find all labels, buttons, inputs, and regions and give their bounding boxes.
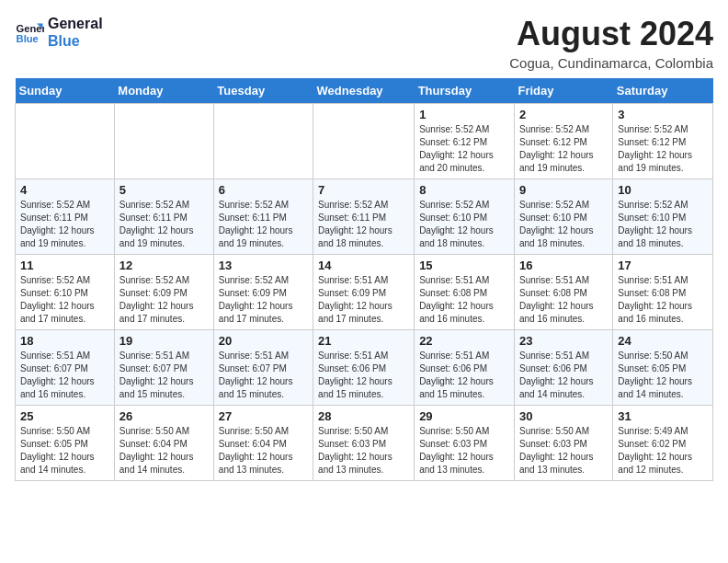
day-number: 20 — [219, 334, 308, 348]
col-header-tuesday: Tuesday — [213, 78, 313, 104]
month-title: August 2024 — [509, 15, 713, 53]
calendar-cell: 11Sunrise: 5:52 AM Sunset: 6:10 PM Dayli… — [16, 255, 115, 330]
calendar-week-4: 18Sunrise: 5:51 AM Sunset: 6:07 PM Dayli… — [16, 330, 713, 406]
day-info: Sunrise: 5:51 AM Sunset: 6:06 PM Dayligh… — [519, 350, 608, 401]
calendar-cell: 26Sunrise: 5:50 AM Sunset: 6:04 PM Dayli… — [114, 406, 213, 481]
calendar-cell: 22Sunrise: 5:51 AM Sunset: 6:06 PM Dayli… — [415, 330, 515, 406]
col-header-wednesday: Wednesday — [313, 78, 415, 104]
calendar-cell: 9Sunrise: 5:52 AM Sunset: 6:10 PM Daylig… — [514, 179, 612, 255]
day-info: Sunrise: 5:52 AM Sunset: 6:11 PM Dayligh… — [119, 199, 209, 250]
calendar-cell — [213, 104, 313, 179]
day-info: Sunrise: 5:52 AM Sunset: 6:10 PM Dayligh… — [20, 274, 109, 326]
day-number: 5 — [119, 183, 209, 197]
calendar-cell — [313, 104, 415, 179]
day-info: Sunrise: 5:51 AM Sunset: 6:08 PM Dayligh… — [519, 274, 608, 326]
calendar-cell: 18Sunrise: 5:51 AM Sunset: 6:07 PM Dayli… — [16, 330, 115, 406]
day-number: 13 — [219, 259, 308, 272]
calendar-table: SundayMondayTuesdayWednesdayThursdayFrid… — [15, 78, 713, 481]
day-info: Sunrise: 5:52 AM Sunset: 6:09 PM Dayligh… — [219, 274, 308, 326]
day-number: 21 — [318, 334, 409, 348]
day-number: 17 — [618, 259, 708, 272]
day-info: Sunrise: 5:51 AM Sunset: 6:07 PM Dayligh… — [219, 350, 308, 401]
day-number: 7 — [318, 183, 409, 197]
day-number: 12 — [119, 259, 209, 272]
day-info: Sunrise: 5:51 AM Sunset: 6:08 PM Dayligh… — [419, 274, 509, 326]
calendar-cell: 12Sunrise: 5:52 AM Sunset: 6:09 PM Dayli… — [114, 255, 213, 330]
day-info: Sunrise: 5:52 AM Sunset: 6:12 PM Dayligh… — [519, 123, 608, 175]
col-header-friday: Friday — [514, 78, 612, 104]
calendar-cell: 28Sunrise: 5:50 AM Sunset: 6:03 PM Dayli… — [313, 406, 415, 481]
day-info: Sunrise: 5:52 AM Sunset: 6:10 PM Dayligh… — [419, 199, 509, 250]
calendar-cell: 5Sunrise: 5:52 AM Sunset: 6:11 PM Daylig… — [114, 179, 213, 255]
day-info: Sunrise: 5:51 AM Sunset: 6:09 PM Dayligh… — [318, 274, 409, 326]
calendar-cell: 3Sunrise: 5:52 AM Sunset: 6:12 PM Daylig… — [613, 104, 713, 179]
day-info: Sunrise: 5:50 AM Sunset: 6:03 PM Dayligh… — [318, 425, 409, 477]
calendar-cell: 20Sunrise: 5:51 AM Sunset: 6:07 PM Dayli… — [213, 330, 313, 406]
calendar-cell: 25Sunrise: 5:50 AM Sunset: 6:05 PM Dayli… — [16, 406, 115, 481]
calendar-cell: 1Sunrise: 5:52 AM Sunset: 6:12 PM Daylig… — [415, 104, 515, 179]
calendar-cell: 21Sunrise: 5:51 AM Sunset: 6:06 PM Dayli… — [313, 330, 415, 406]
location-subtitle: Cogua, Cundinamarca, Colombia — [509, 55, 713, 71]
logo: General Blue General Blue — [15, 15, 103, 50]
day-info: Sunrise: 5:50 AM Sunset: 6:03 PM Dayligh… — [519, 425, 608, 477]
calendar-cell: 7Sunrise: 5:52 AM Sunset: 6:11 PM Daylig… — [313, 179, 415, 255]
calendar-cell: 30Sunrise: 5:50 AM Sunset: 6:03 PM Dayli… — [514, 406, 612, 481]
calendar-cell — [114, 104, 213, 179]
day-number: 28 — [318, 409, 409, 423]
col-header-thursday: Thursday — [415, 78, 515, 104]
day-info: Sunrise: 5:52 AM Sunset: 6:09 PM Dayligh… — [119, 274, 209, 326]
day-info: Sunrise: 5:52 AM Sunset: 6:11 PM Dayligh… — [20, 199, 109, 250]
day-info: Sunrise: 5:52 AM Sunset: 6:10 PM Dayligh… — [519, 199, 608, 250]
day-number: 19 — [119, 334, 209, 348]
day-number: 27 — [219, 409, 308, 423]
calendar-cell: 14Sunrise: 5:51 AM Sunset: 6:09 PM Dayli… — [313, 255, 415, 330]
day-number: 29 — [419, 409, 509, 423]
col-header-saturday: Saturday — [613, 78, 713, 104]
calendar-cell — [16, 104, 115, 179]
day-number: 24 — [618, 334, 708, 348]
logo-line2: Blue — [48, 32, 103, 50]
calendar-cell: 6Sunrise: 5:52 AM Sunset: 6:11 PM Daylig… — [213, 179, 313, 255]
day-number: 4 — [20, 183, 109, 197]
calendar-cell: 27Sunrise: 5:50 AM Sunset: 6:04 PM Dayli… — [213, 406, 313, 481]
logo-line1: General — [48, 15, 103, 32]
day-number: 31 — [618, 409, 708, 423]
day-info: Sunrise: 5:49 AM Sunset: 6:02 PM Dayligh… — [618, 425, 708, 477]
day-number: 2 — [519, 108, 608, 121]
page-header: General Blue General Blue August 2024 Co… — [15, 15, 713, 71]
calendar-cell: 8Sunrise: 5:52 AM Sunset: 6:10 PM Daylig… — [415, 179, 515, 255]
day-number: 18 — [20, 334, 109, 348]
day-info: Sunrise: 5:51 AM Sunset: 6:07 PM Dayligh… — [20, 350, 109, 401]
day-number: 6 — [219, 183, 308, 197]
calendar-cell: 24Sunrise: 5:50 AM Sunset: 6:05 PM Dayli… — [613, 330, 713, 406]
day-number: 9 — [519, 183, 608, 197]
calendar-cell: 10Sunrise: 5:52 AM Sunset: 6:10 PM Dayli… — [613, 179, 713, 255]
calendar-week-2: 4Sunrise: 5:52 AM Sunset: 6:11 PM Daylig… — [16, 179, 713, 255]
logo-icon: General Blue — [15, 17, 44, 47]
calendar-cell: 29Sunrise: 5:50 AM Sunset: 6:03 PM Dayli… — [415, 406, 515, 481]
day-number: 22 — [419, 334, 509, 348]
day-info: Sunrise: 5:52 AM Sunset: 6:12 PM Dayligh… — [419, 123, 509, 175]
calendar-cell: 16Sunrise: 5:51 AM Sunset: 6:08 PM Dayli… — [514, 255, 612, 330]
day-number: 14 — [318, 259, 409, 272]
day-number: 25 — [20, 409, 109, 423]
calendar-cell: 19Sunrise: 5:51 AM Sunset: 6:07 PM Dayli… — [114, 330, 213, 406]
day-number: 16 — [519, 259, 608, 272]
day-info: Sunrise: 5:52 AM Sunset: 6:11 PM Dayligh… — [219, 199, 308, 250]
svg-text:Blue: Blue — [17, 33, 39, 44]
day-info: Sunrise: 5:50 AM Sunset: 6:05 PM Dayligh… — [618, 350, 708, 401]
day-info: Sunrise: 5:51 AM Sunset: 6:07 PM Dayligh… — [119, 350, 209, 401]
day-info: Sunrise: 5:51 AM Sunset: 6:06 PM Dayligh… — [419, 350, 509, 401]
day-number: 10 — [618, 183, 708, 197]
calendar-week-3: 11Sunrise: 5:52 AM Sunset: 6:10 PM Dayli… — [16, 255, 713, 330]
calendar-cell: 4Sunrise: 5:52 AM Sunset: 6:11 PM Daylig… — [16, 179, 115, 255]
day-info: Sunrise: 5:52 AM Sunset: 6:11 PM Dayligh… — [318, 199, 409, 250]
calendar-cell: 17Sunrise: 5:51 AM Sunset: 6:08 PM Dayli… — [613, 255, 713, 330]
day-info: Sunrise: 5:51 AM Sunset: 6:06 PM Dayligh… — [318, 350, 409, 401]
day-info: Sunrise: 5:52 AM Sunset: 6:12 PM Dayligh… — [618, 123, 708, 175]
calendar-cell: 15Sunrise: 5:51 AM Sunset: 6:08 PM Dayli… — [415, 255, 515, 330]
calendar-cell: 2Sunrise: 5:52 AM Sunset: 6:12 PM Daylig… — [514, 104, 612, 179]
day-number: 30 — [519, 409, 608, 423]
title-block: August 2024 Cogua, Cundinamarca, Colombi… — [509, 15, 713, 71]
calendar-cell: 23Sunrise: 5:51 AM Sunset: 6:06 PM Dayli… — [514, 330, 612, 406]
